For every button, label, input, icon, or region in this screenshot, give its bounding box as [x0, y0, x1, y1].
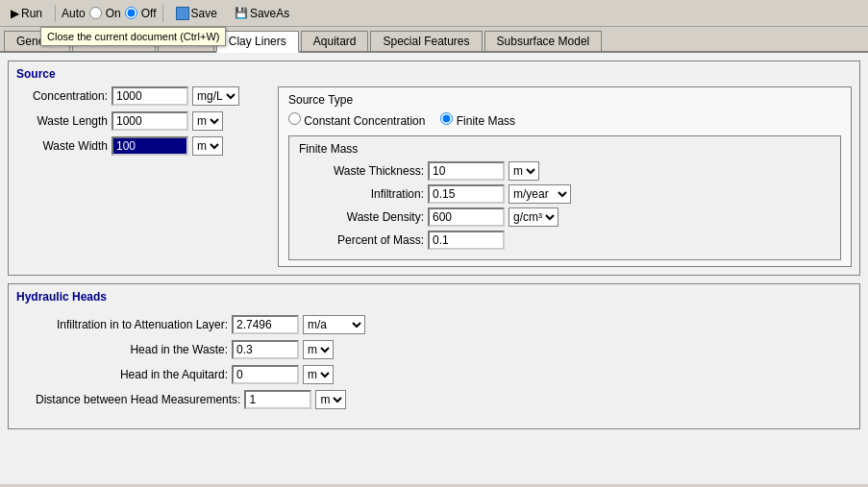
waste-length-unit-select[interactable]: m ft	[192, 111, 223, 131]
save-label: Save	[191, 7, 217, 20]
off-radio-input[interactable]	[125, 7, 137, 19]
hh-distance-unit-select[interactable]: m ft	[315, 390, 346, 409]
waste-density-label: Waste Density:	[299, 210, 424, 224]
toolbar: ▶ Run Auto On Off Save 💾 SaveAs Close th…	[0, 0, 868, 27]
hh-distance-input[interactable]	[244, 390, 311, 409]
finite-mass-radio[interactable]	[440, 112, 453, 125]
infiltration-input[interactable]	[428, 184, 505, 204]
tab-aquitard[interactable]: Aquitard	[301, 31, 369, 51]
run-icon: ▶	[11, 7, 19, 20]
constant-concentration-radio-label[interactable]: Constant Concentration	[288, 112, 425, 128]
hydraulic-section: Hydraulic Heads Infiltration in to Atten…	[8, 283, 860, 429]
waste-density-input[interactable]	[428, 207, 505, 227]
infiltration-label: Infiltration:	[299, 187, 424, 201]
finite-mass-radio-label[interactable]: Finite Mass	[440, 112, 515, 128]
infiltration-unit-select[interactable]: m/year cm/year	[508, 184, 571, 204]
tab-clay-liners[interactable]: Clay Liners	[216, 31, 299, 53]
tab-subsurface-model[interactable]: Subsurface Model	[484, 31, 603, 51]
waste-thickness-label: Waste Thickness:	[299, 164, 424, 178]
source-type-box: Source Type Constant Concentration Finit…	[278, 86, 852, 267]
hh-distance-row: Distance between Head Measurements: m ft	[36, 390, 832, 409]
source-section: Source Concentration: mg/L g/L µg/L Wast…	[8, 61, 860, 276]
hydraulic-layout: Infiltration in to Attenuation Layer: m/…	[16, 309, 852, 421]
source-type-title: Source Type	[288, 93, 841, 107]
infiltration-row: Infiltration: m/year cm/year	[299, 184, 831, 204]
concentration-row: Concentration: mg/L g/L µg/L	[16, 86, 266, 106]
source-type-radios: Constant Concentration Finite Mass	[288, 112, 841, 128]
finite-mass-box-title: Finite Mass	[299, 142, 831, 156]
save-button[interactable]: Save	[169, 3, 224, 24]
source-title: Source	[16, 67, 852, 81]
waste-width-label: Waste Width	[16, 139, 108, 153]
auto-off-radio[interactable]: Off	[125, 7, 157, 20]
on-radio-input[interactable]	[89, 7, 102, 19]
hh-infiltration-row: Infiltration in to Attenuation Layer: m/…	[36, 315, 832, 334]
saveas-button[interactable]: 💾 SaveAs	[228, 3, 296, 24]
percent-mass-label: Percent of Mass:	[299, 233, 424, 247]
tooltip-text: Close the current document (Ctrl+W)	[47, 31, 219, 42]
hh-head-waste-label: Head in the Waste:	[36, 343, 228, 356]
waste-thickness-unit-select[interactable]: m ft	[508, 161, 539, 181]
waste-thickness-input[interactable]	[428, 161, 505, 181]
hh-head-waste-input[interactable]	[232, 340, 299, 359]
hh-head-aquitard-input[interactable]	[232, 365, 299, 384]
concentration-input[interactable]	[112, 86, 188, 106]
on-label: On	[106, 7, 121, 20]
hydraulic-title: Hydraulic Heads	[16, 290, 852, 304]
off-label: Off	[141, 7, 157, 20]
percent-mass-row: Percent of Mass:	[299, 231, 831, 250]
waste-density-unit-select[interactable]: g/cm³ kg/m³	[508, 207, 558, 227]
tab-special-features[interactable]: Special Features	[370, 31, 482, 51]
hh-head-aquitard-row: Head in the Aquitard: m ft	[36, 365, 832, 384]
waste-length-input[interactable]	[112, 111, 188, 131]
saveas-label: SaveAs	[250, 7, 289, 20]
finite-mass-box: Finite Mass Waste Thickness: m ft Infilt…	[288, 135, 841, 260]
main-content: Source Concentration: mg/L g/L µg/L Wast…	[0, 53, 868, 484]
tooltip: Close the current document (Ctrl+W)	[40, 27, 226, 46]
waste-density-row: Waste Density: g/cm³ kg/m³	[299, 207, 831, 227]
concentration-label: Concentration:	[16, 89, 108, 103]
run-button[interactable]: ▶ Run	[4, 3, 49, 24]
auto-on-radio[interactable]: On	[89, 7, 121, 20]
hh-head-aquitard-unit-select[interactable]: m ft	[303, 365, 334, 384]
waste-length-label: Waste Length	[16, 114, 108, 128]
separator-1	[55, 5, 56, 22]
hh-infiltration-unit-select[interactable]: m/a m/year cm/year	[303, 315, 365, 334]
save-icon	[176, 7, 189, 20]
hh-head-aquitard-label: Head in the Aquitard:	[36, 368, 228, 381]
saveas-icon: 💾	[235, 7, 248, 19]
hh-infiltration-label: Infiltration in to Attenuation Layer:	[36, 318, 228, 331]
auto-label: Auto	[62, 7, 86, 20]
hh-head-waste-unit-select[interactable]: m ft	[303, 340, 334, 359]
concentration-unit-select[interactable]: mg/L g/L µg/L	[192, 86, 239, 106]
constant-concentration-radio[interactable]	[288, 112, 301, 125]
source-left: Concentration: mg/L g/L µg/L Waste Lengt…	[16, 86, 266, 267]
percent-mass-input[interactable]	[428, 231, 505, 250]
hh-head-waste-row: Head in the Waste: m ft	[36, 340, 832, 359]
waste-length-row: Waste Length m ft	[16, 111, 266, 131]
run-label: Run	[21, 7, 42, 20]
finite-mass-label: Finite Mass	[457, 114, 515, 128]
waste-width-row: Waste Width m ft	[16, 136, 266, 156]
waste-width-unit-select[interactable]: m ft	[192, 136, 223, 156]
separator-2	[162, 5, 163, 22]
hh-infiltration-input[interactable]	[232, 315, 299, 334]
waste-thickness-row: Waste Thickness: m ft	[299, 161, 831, 181]
source-layout: Concentration: mg/L g/L µg/L Waste Lengt…	[16, 86, 852, 267]
constant-concentration-label: Constant Concentration	[304, 114, 425, 128]
hh-distance-label: Distance between Head Measurements:	[36, 393, 240, 406]
waste-width-input[interactable]	[112, 136, 188, 156]
